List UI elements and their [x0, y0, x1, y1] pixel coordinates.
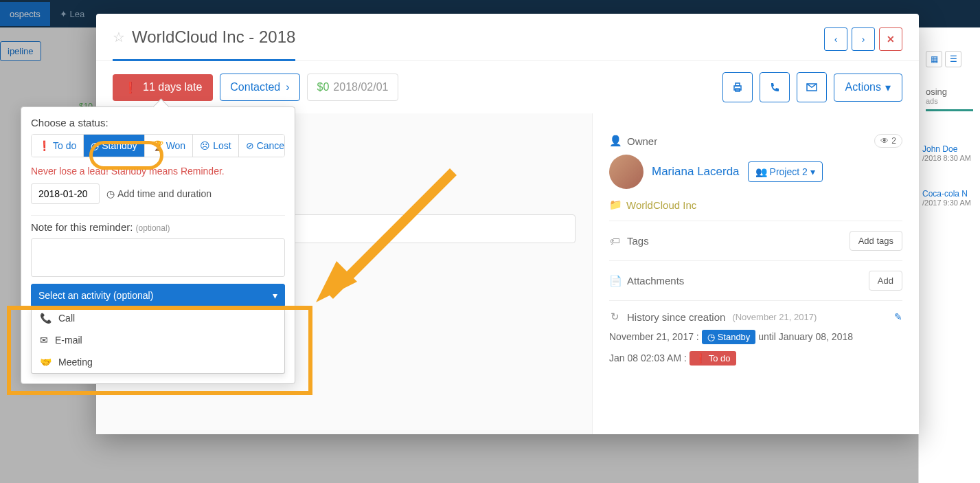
tags-label: 🏷 Tags	[609, 235, 649, 247]
actions-dropdown[interactable]: Actions ▾	[834, 74, 902, 102]
file-icon: 📄	[609, 275, 620, 287]
closing-sub: ads	[926, 97, 973, 105]
views-badge: 👁 2	[874, 134, 902, 148]
standby-warning: Never lose a lead! Standby means Reminde…	[31, 166, 285, 177]
note-label: Note for this reminder: (optional)	[31, 221, 285, 233]
status-popover: Choose a status: ❗To do ◷ Standby 🏆Won ☹…	[21, 106, 295, 384]
project-dropdown[interactable]: 👥 Project 2 ▾	[748, 161, 823, 182]
history-entry: Jan 08 02:03 AM : ❗ To do	[609, 351, 902, 366]
activity-option-email[interactable]: ✉ E-mail	[32, 329, 284, 351]
closing-label: osing	[926, 87, 973, 97]
phone-button[interactable]	[760, 72, 790, 102]
eye-icon: 👁	[880, 136, 889, 146]
user-icon: 👤	[609, 135, 620, 147]
attachments-label: 📄 Attachments	[609, 275, 684, 287]
history-icon: ↻	[609, 311, 620, 323]
print-button[interactable]	[722, 72, 753, 102]
folder-link[interactable]: 📁 WorldCloud Inc	[609, 199, 902, 211]
edit-history-icon[interactable]: ✎	[894, 311, 902, 322]
next-button[interactable]: ›	[852, 27, 875, 51]
caret-down-icon: ▾	[273, 290, 277, 301]
svg-rect-1	[736, 83, 740, 86]
choose-status-label: Choose a status:	[31, 117, 285, 128]
divider	[31, 215, 285, 216]
contacted-button[interactable]: Contacted ›	[220, 74, 299, 101]
activity-option-call[interactable]: 📞 Call	[32, 307, 284, 329]
amount-date[interactable]: $0 2018/02/01	[307, 74, 399, 101]
standby-badge: ◷ Standby	[702, 330, 756, 344]
prev-button[interactable]: ‹	[824, 27, 847, 51]
status-button-group: ❗To do ◷ Standby 🏆Won ☹Lost ⊘Cancelled	[31, 134, 285, 157]
late-status-button[interactable]: ❗ 11 days late	[113, 74, 213, 101]
owner-name[interactable]: Mariana Lacerda	[652, 165, 740, 179]
phone-icon: 📞	[40, 313, 52, 324]
owner-label: 👤 Owner	[609, 135, 657, 147]
star-icon[interactable]: ☆	[113, 29, 125, 45]
owner-avatar	[609, 155, 643, 189]
add-time-link[interactable]: ◷ Add time and duration	[106, 188, 212, 199]
list-view-icon: ☰	[945, 51, 961, 67]
activity-dropdown: 📞 Call ✉ E-mail 🤝 Meeting	[31, 307, 285, 374]
caret-down-icon: ▾	[885, 81, 891, 94]
history-entry: November 21, 2017 : ◷ Standby until Janu…	[609, 330, 902, 344]
status-standby[interactable]: ◷ Standby	[84, 135, 144, 157]
chevron-right-icon: ›	[286, 81, 289, 93]
bg-right-strip: ▦ ☰ osing ads	[918, 27, 980, 483]
email-button[interactable]	[797, 72, 827, 102]
status-won[interactable]: 🏆Won	[145, 135, 194, 157]
modal-header: ☆ WorldCloud Inc - 2018 ‹ › ✕	[96, 14, 919, 61]
todo-badge: ❗ To do	[690, 351, 736, 366]
caret-down-icon: ▾	[810, 166, 815, 177]
status-lost[interactable]: ☹Lost	[193, 135, 238, 157]
status-todo[interactable]: ❗To do	[32, 135, 84, 157]
lead-title: WorldCloud Inc - 2018	[132, 27, 295, 47]
tag-icon: 🏷	[609, 235, 620, 247]
status-cancelled[interactable]: ⊘Cancelled	[239, 135, 285, 157]
right-panel: 👤 Owner 👁 2 Mariana Lacerda 👥 Project 2 …	[592, 113, 919, 434]
activity-select[interactable]: Select an activity (optional) ▾	[31, 284, 285, 307]
action-row: ❗ 11 days late Contacted › $0 2018/02/01…	[96, 61, 919, 113]
reminder-date-input[interactable]	[31, 183, 100, 204]
grid-view-icon: ▦	[926, 51, 942, 67]
close-button[interactable]: ✕	[879, 27, 902, 51]
envelope-icon: ✉	[40, 335, 48, 346]
folder-icon: 📁	[609, 199, 622, 211]
add-tags-button[interactable]: Add tags	[850, 231, 902, 251]
handshake-icon: 🤝	[40, 357, 52, 368]
history-label: ↻ History since creation (November 21, 2…	[609, 311, 817, 323]
activity-option-meeting[interactable]: 🤝 Meeting	[32, 351, 284, 373]
reminder-note-input[interactable]	[31, 238, 285, 277]
bg-side-entry: John Doe /2018 8:30 AM	[922, 144, 977, 162]
warning-icon: ❗	[124, 81, 137, 94]
bg-side-entry: Coca-cola N /2017 9:30 AM	[922, 189, 977, 207]
add-attachment-button[interactable]: Add	[869, 271, 902, 291]
users-icon: 👥	[755, 166, 767, 177]
